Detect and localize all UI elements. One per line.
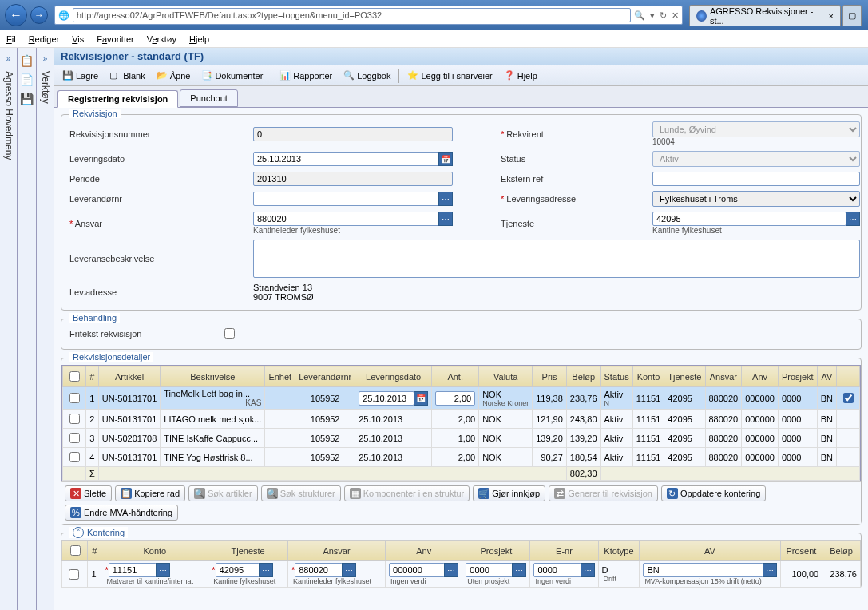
forward-button[interactable]: →	[30, 6, 48, 24]
lookup-icon[interactable]: ⋯	[156, 563, 170, 577]
toolbar-rapporter[interactable]: 📊Rapporter	[275, 69, 337, 83]
url-input[interactable]	[73, 8, 631, 22]
table-row[interactable]: 4 UN-50131701 TINE Yog Høstfrisk 8... 10…	[63, 448, 860, 467]
col-konto[interactable]: Konto	[632, 366, 664, 387]
col-tjen[interactable]: Tjeneste	[664, 366, 705, 387]
checkbox-row[interactable]	[69, 433, 80, 443]
col-num[interactable]: #	[86, 366, 99, 387]
refresh-icon[interactable]: ↻	[660, 10, 667, 21]
kontering-row[interactable]: 1 *⋯Matvarer til kantine/internat *⋯Kant…	[62, 561, 861, 588]
menu-rediger[interactable]: Rediger	[29, 34, 60, 44]
tab-punchout[interactable]: Punchout	[180, 89, 237, 107]
col-av[interactable]: AV	[817, 366, 836, 387]
sidebar-verktoy[interactable]: » Verktøy	[37, 48, 54, 610]
checkbox-all[interactable]	[69, 371, 80, 382]
lookup-icon[interactable]: ⋯	[438, 212, 453, 226]
toolbar-loggbok[interactable]: 🔍Loggbok	[339, 69, 395, 83]
lookup-icon[interactable]: ⋯	[763, 563, 777, 577]
toolbar-hjelp[interactable]: ❓Hjelp	[499, 69, 542, 83]
menu-favoritter[interactable]: Favoritter	[97, 34, 133, 44]
table-row[interactable]: 1 UN-50131701 TineMelk Lett bag in...KAS…	[63, 387, 860, 410]
kont-prosj[interactable]	[466, 563, 513, 577]
kcol-num[interactable]: #	[88, 541, 101, 561]
tab-close-icon[interactable]: ×	[829, 11, 834, 21]
browser-tab-active[interactable]: AGRESSO Rekvisisjoner - st... ×	[689, 5, 841, 26]
lookup-icon[interactable]: ⋯	[259, 563, 273, 577]
input-dato[interactable]	[253, 152, 439, 166]
checkbox-row[interactable]	[69, 414, 80, 424]
checkbox-row[interactable]	[69, 452, 80, 462]
btn-kopier[interactable]: 📋Kopiere rad	[115, 485, 185, 501]
collapse-icon[interactable]: ˄	[73, 527, 84, 538]
input-tjeneste[interactable]	[652, 212, 846, 226]
toolbar-blank[interactable]: ▢Blank	[105, 69, 150, 83]
row-dato-input[interactable]	[359, 391, 414, 406]
btn-mva[interactable]: %Endre MVA-håndtering	[65, 505, 178, 521]
col-lev[interactable]: Leverandørnr	[295, 366, 355, 387]
toolbar-dok[interactable]: 📑Dokumenter	[196, 69, 268, 83]
lookup-icon[interactable]: ⋯	[512, 563, 526, 577]
menu-fil[interactable]: Fil	[6, 34, 16, 44]
col-ant[interactable]: Ant.	[432, 366, 479, 387]
col-prosj[interactable]: Prosjekt	[778, 366, 817, 387]
kcol-enr[interactable]: E-nr	[530, 541, 598, 561]
input-lev[interactable]	[253, 192, 439, 206]
col-dato[interactable]: Leveringsdato	[355, 366, 432, 387]
kcol-konto[interactable]: Konto	[101, 541, 208, 561]
col-beskrivelse[interactable]: Beskrivelse	[161, 366, 265, 387]
copy-icon[interactable]: 📋	[21, 54, 34, 67]
menu-vis[interactable]: Vis	[72, 34, 84, 44]
toolbar-apne[interactable]: 📂Åpne	[152, 69, 196, 83]
col-valuta[interactable]: Valuta	[479, 366, 533, 387]
kont-av[interactable]	[643, 563, 763, 577]
kcol-av[interactable]: AV	[640, 541, 780, 561]
stop-icon[interactable]: ✕	[672, 10, 679, 21]
kcol-anv[interactable]: Anv	[386, 541, 462, 561]
col-status[interactable]: Status	[600, 366, 632, 387]
paste-icon[interactable]: 📄	[21, 73, 34, 86]
kcol-ansv[interactable]: Ansvar	[287, 541, 385, 561]
col-pris[interactable]: Pris	[533, 366, 567, 387]
kont-enr[interactable]	[533, 563, 581, 577]
lookup-icon[interactable]: ⋯	[342, 563, 356, 577]
tab-registrering[interactable]: Registrering rekvisisjon	[57, 90, 178, 108]
address-bar[interactable]: 🌐 🔍 ▾ ↻ ✕	[54, 6, 683, 25]
col-enhet[interactable]: Enhet	[265, 366, 295, 387]
toolbar-snarveier[interactable]: ⭐Legg til i snarveier	[402, 69, 497, 83]
checkbox-kont-row[interactable]	[69, 569, 79, 580]
btn-innkjop[interactable]: 🛒Gjør innkjøp	[473, 485, 545, 501]
btn-oppdatere[interactable]: ↻Oppdatere kontering	[661, 485, 766, 501]
checkbox-row[interactable]	[69, 393, 80, 403]
checkbox-all-kont[interactable]	[70, 545, 81, 556]
table-row[interactable]: 2 UN-50131701 LITAGO melk med sjok... 10…	[63, 410, 860, 429]
kont-tjen[interactable]	[216, 563, 260, 577]
col-ansv[interactable]: Ansvar	[705, 366, 742, 387]
lookup-icon[interactable]: ⋯	[581, 563, 595, 577]
row-ant-input[interactable]	[435, 391, 475, 406]
menu-verktoy[interactable]: Verktøy	[147, 34, 176, 44]
search-icon[interactable]: 🔍	[634, 10, 645, 21]
checkbox-row-end[interactable]	[843, 393, 854, 403]
lookup-icon[interactable]: ⋯	[846, 212, 860, 226]
new-tab-button[interactable]: ▢	[842, 5, 862, 26]
kcol-belop[interactable]: Beløp	[822, 541, 861, 561]
kcol-pros[interactable]: Prosent	[780, 541, 822, 561]
checkbox-fritekst[interactable]	[224, 328, 235, 339]
col-belop[interactable]: Beløp	[566, 366, 600, 387]
lookup-icon[interactable]: ⋯	[438, 192, 453, 206]
lookup-icon[interactable]: ⋯	[444, 563, 458, 577]
sidebar-hovedmeny[interactable]: » Agresso Hovedmeny	[0, 48, 18, 610]
table-row[interactable]: 3 UN-50201708 TINE IsKaffe Cappucc... 10…	[63, 429, 860, 448]
menu-hjelp[interactable]: Hjelp	[189, 34, 209, 44]
kcol-kto[interactable]: Ktotype	[598, 541, 640, 561]
select-levadr[interactable]: Fylkeshuset i Troms	[652, 191, 860, 207]
kcol-prosj[interactable]: Prosjekt	[462, 541, 530, 561]
col-artikkel[interactable]: Artikkel	[98, 366, 161, 387]
calendar-icon[interactable]: 📅	[438, 152, 453, 166]
textarea-besk[interactable]	[253, 240, 860, 278]
toolbar-lagre[interactable]: 💾Lagre	[57, 69, 103, 83]
input-ekstern[interactable]	[652, 172, 860, 186]
kont-anv[interactable]	[389, 563, 445, 577]
input-ansvar[interactable]	[253, 212, 439, 226]
kont-ansv[interactable]	[295, 563, 343, 577]
